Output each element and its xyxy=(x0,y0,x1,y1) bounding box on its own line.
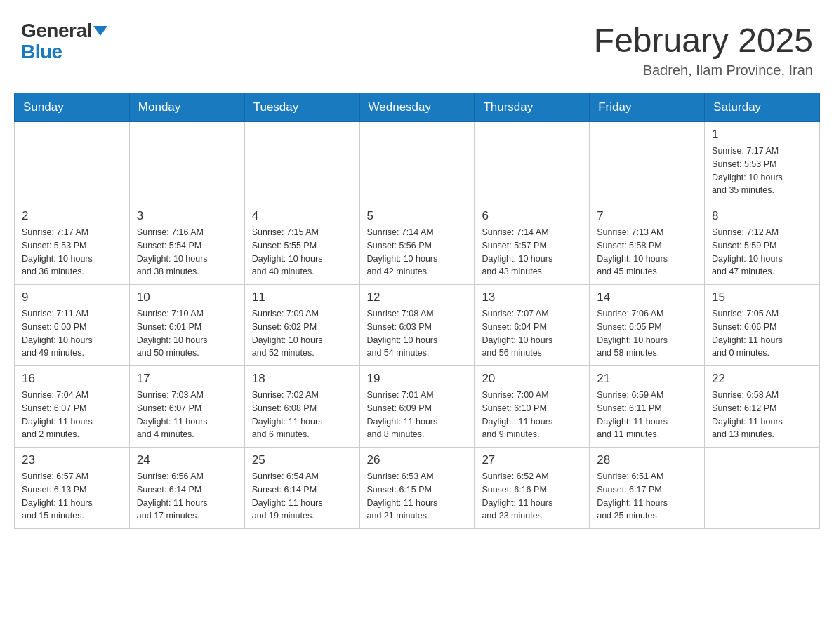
day-info: Sunrise: 6:53 AM Sunset: 6:15 PM Dayligh… xyxy=(367,470,468,523)
day-info: Sunrise: 7:00 AM Sunset: 6:10 PM Dayligh… xyxy=(482,389,582,441)
day-number: 6 xyxy=(482,209,582,223)
day-info: Sunrise: 7:03 AM Sunset: 6:07 PM Dayligh… xyxy=(137,389,237,441)
calendar-cell: 6Sunrise: 7:14 AM Sunset: 5:57 PM Daylig… xyxy=(475,203,590,285)
day-info: Sunrise: 6:54 AM Sunset: 6:14 PM Dayligh… xyxy=(252,470,352,523)
logo-blue-text: Blue xyxy=(21,41,62,63)
calendar-cell: 16Sunrise: 7:04 AM Sunset: 6:07 PM Dayli… xyxy=(15,366,130,448)
calendar-cell xyxy=(705,448,820,529)
day-info: Sunrise: 7:17 AM Sunset: 5:53 PM Dayligh… xyxy=(712,145,812,197)
location-title: Badreh, Ilam Province, Iran xyxy=(594,62,813,79)
day-info: Sunrise: 7:07 AM Sunset: 6:04 PM Dayligh… xyxy=(482,307,582,360)
day-number: 7 xyxy=(597,209,697,223)
day-info: Sunrise: 6:51 AM Sunset: 6:17 PM Dayligh… xyxy=(597,470,697,523)
day-info: Sunrise: 7:08 AM Sunset: 6:03 PM Dayligh… xyxy=(367,307,468,360)
calendar-cell: 28Sunrise: 6:51 AM Sunset: 6:17 PM Dayli… xyxy=(590,448,705,529)
week-row-1: 1Sunrise: 7:17 AM Sunset: 5:53 PM Daylig… xyxy=(15,122,820,203)
day-number: 15 xyxy=(712,290,812,304)
calendar-cell: 2Sunrise: 7:17 AM Sunset: 5:53 PM Daylig… xyxy=(15,203,130,285)
day-number: 8 xyxy=(712,209,812,223)
calendar-cell: 25Sunrise: 6:54 AM Sunset: 6:14 PM Dayli… xyxy=(244,448,359,529)
day-number: 9 xyxy=(22,290,122,304)
calendar-cell: 9Sunrise: 7:11 AM Sunset: 6:00 PM Daylig… xyxy=(15,285,130,366)
day-info: Sunrise: 7:05 AM Sunset: 6:06 PM Dayligh… xyxy=(712,307,812,360)
calendar-cell: 10Sunrise: 7:10 AM Sunset: 6:01 PM Dayli… xyxy=(129,285,244,366)
day-number: 18 xyxy=(252,372,352,386)
day-info: Sunrise: 7:13 AM Sunset: 5:58 PM Dayligh… xyxy=(597,226,697,279)
col-header-sunday: Sunday xyxy=(15,93,130,122)
day-number: 22 xyxy=(712,372,812,386)
calendar-header-row: SundayMondayTuesdayWednesdayThursdayFrid… xyxy=(15,93,820,122)
calendar-cell: 1Sunrise: 7:17 AM Sunset: 5:53 PM Daylig… xyxy=(705,122,820,203)
calendar-cell: 11Sunrise: 7:09 AM Sunset: 6:02 PM Dayli… xyxy=(244,285,359,366)
week-row-2: 2Sunrise: 7:17 AM Sunset: 5:53 PM Daylig… xyxy=(15,203,820,285)
title-area: February 2025 Badreh, Ilam Province, Ira… xyxy=(594,21,813,79)
calendar-cell: 23Sunrise: 6:57 AM Sunset: 6:13 PM Dayli… xyxy=(15,448,130,529)
col-header-wednesday: Wednesday xyxy=(359,93,475,122)
logo-triangle-icon xyxy=(93,26,107,36)
day-number: 12 xyxy=(367,290,468,304)
calendar-cell: 14Sunrise: 7:06 AM Sunset: 6:05 PM Dayli… xyxy=(590,285,705,366)
day-number: 25 xyxy=(252,453,352,467)
day-info: Sunrise: 7:12 AM Sunset: 5:59 PM Dayligh… xyxy=(712,226,812,279)
calendar-cell xyxy=(244,122,359,203)
calendar-cell: 19Sunrise: 7:01 AM Sunset: 6:09 PM Dayli… xyxy=(359,366,475,448)
calendar-cell xyxy=(590,122,705,203)
calendar-cell: 26Sunrise: 6:53 AM Sunset: 6:15 PM Dayli… xyxy=(359,448,475,529)
day-info: Sunrise: 7:09 AM Sunset: 6:02 PM Dayligh… xyxy=(252,307,352,360)
day-number: 4 xyxy=(252,209,352,223)
day-info: Sunrise: 7:15 AM Sunset: 5:55 PM Dayligh… xyxy=(252,226,352,279)
calendar-cell: 7Sunrise: 7:13 AM Sunset: 5:58 PM Daylig… xyxy=(590,203,705,285)
week-row-3: 9Sunrise: 7:11 AM Sunset: 6:00 PM Daylig… xyxy=(15,285,820,366)
week-row-5: 23Sunrise: 6:57 AM Sunset: 6:13 PM Dayli… xyxy=(15,448,820,529)
calendar-cell: 12Sunrise: 7:08 AM Sunset: 6:03 PM Dayli… xyxy=(359,285,475,366)
day-info: Sunrise: 7:16 AM Sunset: 5:54 PM Dayligh… xyxy=(137,226,237,279)
day-info: Sunrise: 7:14 AM Sunset: 5:57 PM Dayligh… xyxy=(482,226,582,279)
calendar-cell: 17Sunrise: 7:03 AM Sunset: 6:07 PM Dayli… xyxy=(129,366,244,448)
day-number: 17 xyxy=(137,372,237,386)
day-number: 23 xyxy=(22,453,122,467)
day-info: Sunrise: 6:52 AM Sunset: 6:16 PM Dayligh… xyxy=(482,470,582,523)
day-number: 21 xyxy=(597,372,697,386)
calendar-cell: 18Sunrise: 7:02 AM Sunset: 6:08 PM Dayli… xyxy=(244,366,359,448)
day-info: Sunrise: 7:02 AM Sunset: 6:08 PM Dayligh… xyxy=(252,389,352,441)
day-info: Sunrise: 7:14 AM Sunset: 5:56 PM Dayligh… xyxy=(367,226,468,279)
day-number: 3 xyxy=(137,209,237,223)
calendar-cell: 13Sunrise: 7:07 AM Sunset: 6:04 PM Dayli… xyxy=(475,285,590,366)
day-number: 2 xyxy=(22,209,122,223)
day-info: Sunrise: 6:59 AM Sunset: 6:11 PM Dayligh… xyxy=(597,389,697,441)
day-number: 24 xyxy=(137,453,237,467)
calendar-cell: 5Sunrise: 7:14 AM Sunset: 5:56 PM Daylig… xyxy=(359,203,475,285)
col-header-tuesday: Tuesday xyxy=(244,93,359,122)
day-number: 1 xyxy=(712,128,812,142)
calendar-cell xyxy=(359,122,475,203)
calendar-cell xyxy=(475,122,590,203)
day-number: 19 xyxy=(367,372,468,386)
day-info: Sunrise: 7:01 AM Sunset: 6:09 PM Dayligh… xyxy=(367,389,468,441)
col-header-saturday: Saturday xyxy=(705,93,820,122)
day-number: 28 xyxy=(597,453,697,467)
col-header-friday: Friday xyxy=(590,93,705,122)
calendar-cell xyxy=(129,122,244,203)
day-number: 26 xyxy=(367,453,468,467)
logo: General Blue xyxy=(21,21,107,63)
day-number: 14 xyxy=(597,290,697,304)
calendar-cell: 27Sunrise: 6:52 AM Sunset: 6:16 PM Dayli… xyxy=(475,448,590,529)
day-number: 11 xyxy=(252,290,352,304)
calendar-cell: 8Sunrise: 7:12 AM Sunset: 5:59 PM Daylig… xyxy=(705,203,820,285)
col-header-thursday: Thursday xyxy=(475,93,590,122)
day-info: Sunrise: 7:11 AM Sunset: 6:00 PM Dayligh… xyxy=(22,307,122,360)
day-info: Sunrise: 6:57 AM Sunset: 6:13 PM Dayligh… xyxy=(22,470,122,523)
day-info: Sunrise: 7:10 AM Sunset: 6:01 PM Dayligh… xyxy=(137,307,237,360)
day-number: 5 xyxy=(367,209,468,223)
day-number: 10 xyxy=(137,290,237,304)
page-header: General Blue February 2025 Badreh, Ilam … xyxy=(14,14,820,86)
calendar-table: SundayMondayTuesdayWednesdayThursdayFrid… xyxy=(14,93,820,529)
calendar-cell: 21Sunrise: 6:59 AM Sunset: 6:11 PM Dayli… xyxy=(590,366,705,448)
day-info: Sunrise: 7:17 AM Sunset: 5:53 PM Dayligh… xyxy=(22,226,122,279)
calendar-cell: 22Sunrise: 6:58 AM Sunset: 6:12 PM Dayli… xyxy=(705,366,820,448)
calendar-cell: 3Sunrise: 7:16 AM Sunset: 5:54 PM Daylig… xyxy=(129,203,244,285)
month-title: February 2025 xyxy=(594,21,813,60)
calendar-cell: 24Sunrise: 6:56 AM Sunset: 6:14 PM Dayli… xyxy=(129,448,244,529)
day-number: 13 xyxy=(482,290,582,304)
day-number: 27 xyxy=(482,453,582,467)
